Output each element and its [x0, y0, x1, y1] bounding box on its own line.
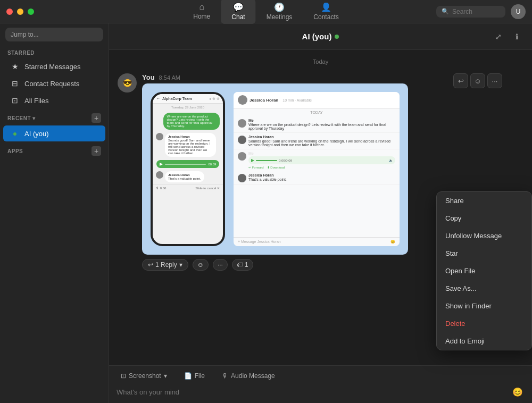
starred-section-label: STARRED — [0, 46, 109, 58]
search-bar[interactable]: 🔍 — [436, 6, 505, 18]
recent-section-header: RECENT ▾ + — [0, 109, 109, 125]
more-options-button[interactable]: ··· — [213, 259, 228, 271]
context-menu-show-in-finder[interactable]: Show in Finder — [437, 297, 531, 315]
date-divider: Today — [118, 58, 523, 65]
phone-header: ← AlphaCorp Team ● ⊕ ⊗ — [153, 94, 223, 104]
desktop-msg-3: Jessica Horan That's a valuable point. — [234, 171, 400, 185]
emoji-react-button[interactable]: ☺ — [193, 259, 209, 271]
desktop-msg-1: Me Where are we on the product design? L… — [234, 116, 400, 133]
sidebar-item-all-files[interactable]: ⊡ All Files — [3, 93, 105, 108]
tag-icon: 🏷 — [237, 261, 243, 268]
chevron-down-icon: ▾ — [179, 261, 182, 268]
tab-contacts[interactable]: 👤 Contacts — [303, 0, 349, 24]
file-button[interactable]: 📄 File — [180, 370, 209, 382]
desktop-preview: Jessica Horan 10 min · Available TODAY M… — [234, 92, 400, 246]
nav-tabs: ⌂ Home 💬 Chat 🕐 Meetings 👤 Contacts — [182, 0, 349, 24]
phone-incoming-2: Jessica Horan That's a valuable point. — [153, 170, 223, 184]
reaction-badge[interactable]: 🏷 1 — [232, 259, 253, 271]
user-avatar[interactable]: U — [511, 4, 526, 19]
all-files-icon: ⊡ — [11, 96, 19, 105]
tab-chat-label: Chat — [231, 13, 245, 21]
tab-chat[interactable]: 💬 Chat — [221, 0, 255, 24]
message-input[interactable] — [117, 387, 511, 397]
sidebar-item-starred-messages[interactable]: ★ Starred Messages — [3, 58, 105, 74]
screenshot-icon: ⊡ — [121, 372, 126, 380]
quick-reply-icon-button[interactable]: ↩ — [453, 73, 468, 88]
chat-input-area: ⊡ Screenshot ▾ 📄 File 🎙 Audio Message 😊 — [109, 365, 532, 403]
screenshot-button[interactable]: ⊡ Screenshot ▾ — [117, 370, 171, 382]
microphone-icon: 🎙 — [222, 372, 228, 380]
quick-more-button[interactable]: ··· — [487, 73, 502, 88]
chat-icon: 💬 — [233, 2, 244, 12]
screenshot-label: Screenshot — [129, 372, 161, 380]
desktop-footer: + Message Jessica Horan 😊 — [234, 237, 400, 246]
sidebar-item-contact-requests[interactable]: ⊟ Contact Requests — [3, 75, 105, 91]
reaction-count: 1 — [245, 261, 248, 268]
apps-label: APPS — [7, 148, 23, 154]
phone-bubble-1: Where are we on the product design? Lets… — [163, 113, 220, 130]
info-button[interactable]: ℹ — [510, 30, 523, 44]
add-recent-button[interactable]: + — [92, 113, 101, 123]
home-icon: ⌂ — [199, 2, 204, 12]
audio-message-button[interactable]: 🎙 Audio Message — [218, 370, 279, 382]
reply-icon: ↩ — [148, 261, 153, 268]
chat-area: AI (you) ⤢ ℹ Today 😎 You 8:54 AM — [109, 23, 532, 403]
tab-meetings-label: Meetings — [267, 13, 293, 21]
emoji-picker-button[interactable]: 😊 — [511, 385, 525, 399]
ai-you-label: AI (you) — [24, 130, 49, 138]
tab-home[interactable]: ⌂ Home — [182, 0, 221, 24]
desktop-msg-2: Jessica Horan Sounds good! Sam and Irene… — [234, 133, 400, 149]
close-button[interactable] — [6, 9, 13, 15]
search-input[interactable] — [452, 8, 500, 15]
context-menu-unfollow[interactable]: Unfollow Message — [437, 227, 531, 245]
phone-mockup: ← AlphaCorp Team ● ⊕ ⊗ Tuesday, 29 June … — [151, 92, 225, 246]
popout-button[interactable]: ⤢ — [492, 30, 505, 44]
phone-bubble-2: Jessica Horan Sounds good! Sam and Irene… — [165, 133, 216, 157]
reply-count: 1 Reply — [155, 261, 177, 268]
tab-contacts-label: Contacts — [313, 13, 338, 21]
context-menu-save-as[interactable]: Save As... — [437, 280, 531, 297]
starred-messages-label: Starred Messages — [24, 63, 81, 71]
sidebar-item-ai-you[interactable]: ● AI (you) — [3, 125, 105, 141]
context-menu-share[interactable]: Share — [437, 192, 531, 209]
input-toolbar: ⊡ Screenshot ▾ 📄 File 🎙 Audio Message — [117, 370, 525, 382]
context-menu-open-file[interactable]: Open File — [437, 262, 531, 280]
message-sender: You — [142, 73, 155, 81]
input-row: 😊 — [117, 385, 525, 399]
titlebar: ⌂ Home 💬 Chat 🕐 Meetings 👤 Contacts 🔍 U — [0, 0, 532, 23]
active-status-icon: ● — [11, 129, 19, 138]
phone-incoming: Jessica Horan Sounds good! Sam and Irene… — [153, 131, 223, 158]
file-icon: 📄 — [184, 372, 192, 380]
reply-button[interactable]: ↩ 1 Reply ▾ — [142, 259, 188, 271]
maximize-button[interactable] — [28, 9, 34, 15]
screenshot-preview: ← AlphaCorp Team ● ⊕ ⊗ Tuesday, 29 June … — [142, 83, 408, 255]
add-apps-button[interactable]: + — [92, 146, 101, 156]
screenshot-chevron-icon: ▾ — [164, 372, 167, 380]
file-label: File — [195, 372, 205, 380]
chat-title: AI (you) — [302, 32, 339, 41]
context-menu-delete[interactable]: Delete — [437, 315, 531, 332]
star-icon: ★ — [11, 62, 19, 71]
context-menu-add-to-emoji[interactable]: Add to Emoji — [437, 332, 531, 350]
quick-emoji-button[interactable]: ☺ — [470, 73, 485, 88]
sidebar: Jump to... STARRED ★ Starred Messages ⊟ … — [0, 23, 109, 403]
phone-audio: ▶ 00:09 — [156, 160, 220, 168]
contact-requests-icon: ⊟ — [11, 79, 19, 88]
jump-to-input[interactable]: Jump to... — [5, 28, 103, 41]
hover-actions: ↩ ☺ ··· — [453, 73, 502, 88]
apps-section-header: APPS + — [0, 142, 109, 158]
minimize-button[interactable] — [17, 9, 23, 15]
chat-header: AI (you) ⤢ ℹ — [109, 23, 532, 50]
context-menu-star[interactable]: Star — [437, 245, 531, 262]
meetings-icon: 🕐 — [274, 2, 285, 12]
desktop-preview-header: Jessica Horan 10 min · Available — [234, 92, 400, 108]
all-files-label: All Files — [24, 97, 49, 105]
contacts-icon: 👤 — [321, 2, 331, 12]
phone-bubble-3: Jessica Horan That's a valuable point. — [165, 171, 204, 182]
window-controls — [0, 9, 34, 15]
titlebar-right: 🔍 U — [436, 4, 532, 19]
context-menu-copy[interactable]: Copy — [437, 209, 531, 227]
phone-screen: ← AlphaCorp Team ● ⊕ ⊗ Tuesday, 29 June … — [153, 94, 223, 244]
main-layout: Jump to... STARRED ★ Starred Messages ⊟ … — [0, 23, 532, 403]
tab-meetings[interactable]: 🕐 Meetings — [256, 0, 303, 24]
